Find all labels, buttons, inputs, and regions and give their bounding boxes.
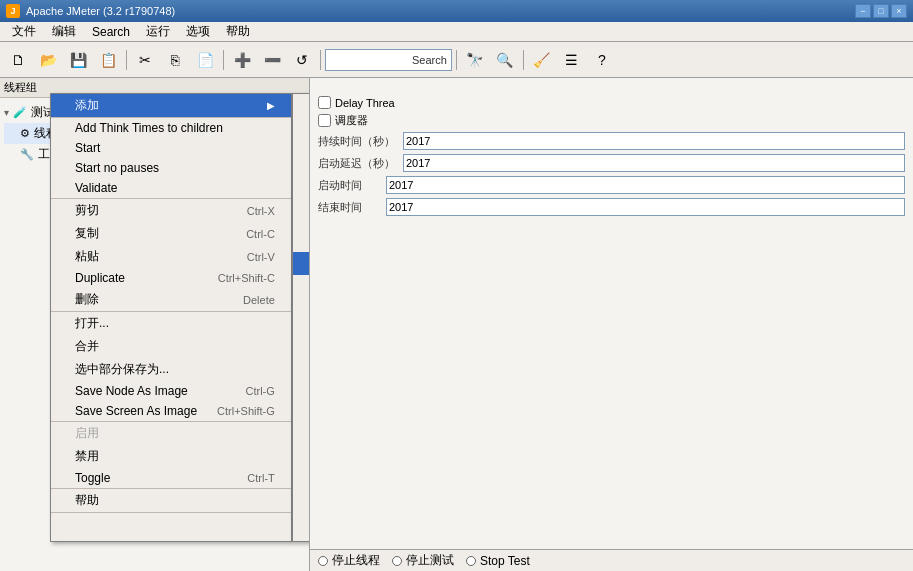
search-label: Search	[412, 54, 447, 66]
ctx-item-help[interactable]: 帮助	[51, 489, 291, 512]
search-input[interactable]	[330, 54, 410, 66]
ctx-shortcut-cut: Ctrl-X	[247, 205, 275, 217]
ctx-item-save-selection[interactable]: 选中部分保存为...	[51, 358, 291, 381]
scheduler-checkbox[interactable]	[318, 114, 331, 127]
ctx-item-cut[interactable]: 剪切 Ctrl-X	[51, 199, 291, 222]
ctx-shortcut-toggle: Ctrl-T	[247, 472, 275, 484]
duration-input[interactable]	[403, 132, 905, 150]
ctx-item-toggle[interactable]: Toggle Ctrl-T	[51, 468, 291, 488]
paste-button[interactable]: 📄	[191, 47, 219, 73]
list-button[interactable]: ☰	[558, 47, 586, 73]
stop-test-radio[interactable]	[392, 556, 402, 566]
collapse-button[interactable]: ➖	[258, 47, 286, 73]
window-controls: − □ ×	[855, 4, 907, 18]
context-menu: 添加 ▶ Add Think Times to children Start S…	[50, 93, 292, 542]
close-button[interactable]: ×	[891, 4, 907, 18]
reset-button[interactable]: ↺	[288, 47, 316, 73]
ctx-item-start[interactable]: Start	[51, 138, 291, 158]
stop-thread-group: 停止线程	[318, 552, 380, 569]
menu-section-think: Add Think Times to children Start Start …	[51, 118, 291, 199]
ctx-item-paste[interactable]: 粘贴 Ctrl-V	[51, 245, 291, 268]
end-time-input[interactable]	[386, 198, 905, 216]
startup-delay-label: 启动延迟（秒）	[318, 156, 395, 171]
maximize-button[interactable]: □	[873, 4, 889, 18]
startup-delay-input[interactable]	[403, 154, 905, 172]
ctx-shortcut-copy: Ctrl-C	[246, 228, 275, 240]
menu-options[interactable]: 选项	[178, 21, 218, 42]
menu-file[interactable]: 文件	[4, 21, 44, 42]
start-time-label: 启动时间	[318, 178, 378, 193]
sub1-item-ampup[interactable]: amp-up Perf ▶	[293, 275, 310, 295]
ctx-item-save-node[interactable]: Save Node As Image Ctrl-G	[51, 381, 291, 401]
sub1-item-config[interactable]: 配置元件 ▶	[293, 117, 310, 140]
ctx-shortcut-duplicate: Ctrl+Shift-C	[218, 272, 275, 284]
scheduler-label: 调度器	[335, 113, 368, 128]
toolbar-separator-5	[523, 50, 524, 70]
sub1-item-sampler[interactable]: Sampler ▶	[293, 186, 310, 206]
cut-button[interactable]: ✂	[131, 47, 159, 73]
ctx-shortcut-save-node: Ctrl-G	[246, 385, 275, 397]
ctx-item-delete[interactable]: 删除 Delete	[51, 288, 291, 311]
toolbar-separator-1	[126, 50, 127, 70]
ctx-item-validate[interactable]: Validate	[51, 178, 291, 198]
binoculars-button[interactable]: 🔭	[461, 47, 489, 73]
menu-section-add: 添加 ▶	[51, 94, 291, 118]
ctx-item-open[interactable]: 打开...	[51, 312, 291, 335]
open-button[interactable]: 📂	[34, 47, 62, 73]
menu-edit[interactable]: 编辑	[44, 21, 84, 42]
copy-button[interactable]: ⎘	[161, 47, 189, 73]
stop-test-now-radio[interactable]	[466, 556, 476, 566]
sub1-item-postproc[interactable]: 后处理器 ▶	[293, 206, 310, 229]
stop-test-now-group: Stop Test	[466, 554, 530, 568]
ctx-item-add[interactable]: 添加 ▶	[51, 94, 291, 117]
ctx-item-merge[interactable]: 合并	[51, 335, 291, 358]
ctx-item-disable[interactable]: 禁用	[51, 445, 291, 468]
sub1-item-loopcount[interactable]: 环次数 ▶	[293, 295, 310, 318]
menu-search[interactable]: Search	[84, 23, 138, 41]
menu-bar: 文件 编辑 Search 运行 选项 帮助	[0, 22, 913, 42]
field-row-end-time: 结束时间	[318, 198, 905, 216]
sub1-item-preproc[interactable]: 前置处理器 ▶	[293, 163, 310, 186]
stop-test-label: 停止测试	[406, 552, 454, 569]
ctx-shortcut-save-screen: Ctrl+Shift-G	[217, 405, 275, 417]
ctx-item-save-screen[interactable]: Save Screen As Image Ctrl+Shift-G	[51, 401, 291, 421]
right-panel: Delay Threa 调度器 持续时间（秒） 启动延迟（秒） 启动时间 结束时…	[310, 78, 913, 571]
menu-help[interactable]: 帮助	[218, 21, 258, 42]
start-time-input[interactable]	[386, 176, 905, 194]
sub1-item-assertion[interactable]: 断言 ▶	[293, 229, 310, 252]
sub1-item-listener[interactable]: 监听器 ▶	[293, 252, 310, 275]
stop-thread-radio[interactable]	[318, 556, 328, 566]
ctx-item-start-no-pauses[interactable]: Start no pauses	[51, 158, 291, 178]
main-area: 线程组 ▾ 🧪 测试计划 ⚙ 线程 🔧 工作台	[0, 78, 913, 571]
ctx-shortcut-delete: Delete	[243, 294, 275, 306]
clear-button[interactable]: 🧹	[528, 47, 556, 73]
ctx-item-duplicate[interactable]: Duplicate Ctrl+Shift-C	[51, 268, 291, 288]
ctx-item-enable: 启用	[51, 422, 291, 445]
submenu-arrow-add: ▶	[267, 100, 275, 111]
stop-test-now-label: Stop Test	[480, 554, 530, 568]
toolbar-separator-2	[223, 50, 224, 70]
save-as-button[interactable]: 📋	[94, 47, 122, 73]
tree-header-label: 线程组	[4, 80, 37, 95]
help-icon-button[interactable]: ?	[588, 47, 616, 73]
sub1-item-logic[interactable]: 逻辑控制器 ▶	[293, 94, 310, 117]
delay-threads-checkbox[interactable]	[318, 96, 331, 109]
app-icon: J	[6, 4, 20, 18]
ctx-item-add-think-times[interactable]: Add Think Times to children	[51, 118, 291, 138]
ctx-item-copy[interactable]: 复制 Ctrl-C	[51, 222, 291, 245]
stop-bar: 停止线程 停止测试 Stop Test	[310, 549, 913, 571]
window-title: Apache JMeter (3.2 r1790748)	[26, 5, 849, 17]
field-row-startup-delay: 启动延迟（秒）	[318, 154, 905, 172]
sub1-item-timer[interactable]: 定时器 ▶	[293, 140, 310, 163]
stop-test-group: 停止测试	[392, 552, 454, 569]
toolbar-separator-3	[320, 50, 321, 70]
toolbar-separator-4	[456, 50, 457, 70]
new-button[interactable]: 🗋	[4, 47, 32, 73]
right-content: Delay Threa 调度器 持续时间（秒） 启动延迟（秒） 启动时间 结束时…	[310, 78, 913, 228]
minimize-button[interactable]: −	[855, 4, 871, 18]
save-button[interactable]: 💾	[64, 47, 92, 73]
field-row-duration: 持续时间（秒）	[318, 132, 905, 150]
expand-button[interactable]: ➕	[228, 47, 256, 73]
menu-run[interactable]: 运行	[138, 21, 178, 42]
binoculars2-button[interactable]: 🔍	[491, 47, 519, 73]
